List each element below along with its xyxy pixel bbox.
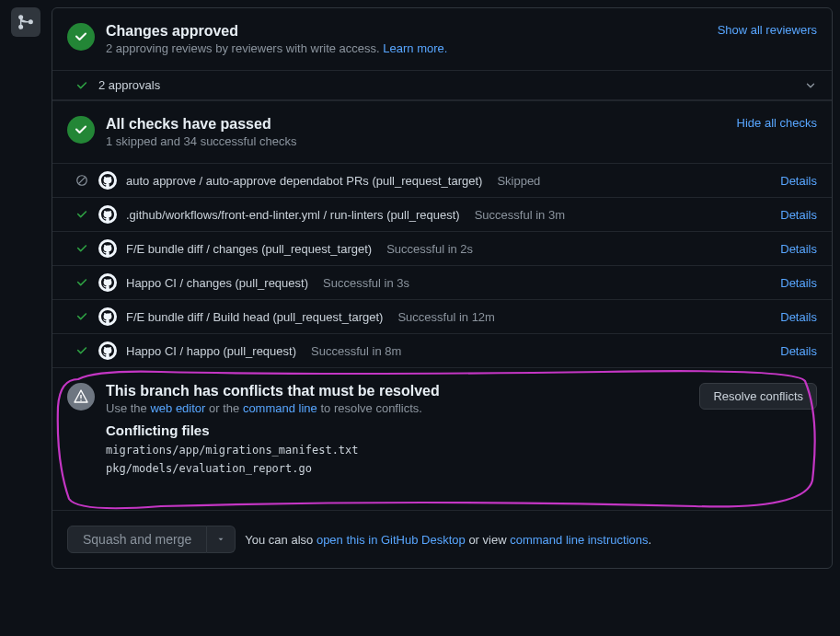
svg-line-4 [79,178,85,183]
approved-subtitle: 2 approving reviews by reviewers with wr… [106,41,707,55]
resolve-conflicts-button[interactable]: Resolve conflicts [699,383,817,410]
check-icon [75,310,89,323]
approvals-count: 2 approvals [98,78,160,92]
github-avatar-icon [98,341,117,360]
conflicting-files-list: migrations/app/migrations_manifest.txtpk… [106,444,688,475]
checks-section: All checks have passed 1 skipped and 34 … [52,100,832,164]
github-avatar-icon [98,273,117,292]
check-icon [75,344,89,357]
check-name: .github/workflows/front-end-linter.yml /… [126,208,460,222]
check-icon [75,79,89,92]
check-status: Successful in 12m [397,310,495,324]
github-avatar-icon [98,171,117,190]
check-status: Successful in 3m [475,208,565,222]
conflict-subtitle: Use the web editor or the command line t… [106,401,688,415]
check-circle-icon [67,23,95,51]
caret-down-icon [216,535,225,544]
check-row: F/E bundle diff / changes (pull_request_… [52,232,832,266]
check-icon [75,242,89,255]
check-name: Happo CI / happo (pull_request) [126,344,296,358]
merge-footer: Squash and merge You can also open this … [52,510,832,568]
check-row: F/E bundle diff / Build head (pull_reque… [52,300,832,334]
check-row: Happo CI / happo (pull_request)Successfu… [52,334,832,367]
cli-instructions-link[interactable]: command line instructions [510,533,648,547]
details-link[interactable]: Details [780,344,817,358]
footer-text: You can also open this in GitHub Desktop… [245,533,651,547]
approved-title: Changes approved [106,23,707,40]
changes-approved-section: Changes approved 2 approving reviews by … [52,8,832,71]
checks-title: All checks have passed [106,116,726,133]
hide-checks-link[interactable]: Hide all checks [737,116,817,130]
check-circle-icon [67,116,95,144]
merge-dropdown-caret[interactable] [207,526,236,553]
merge-button-group: Squash and merge [67,526,236,553]
check-status: Successful in 3s [323,276,409,290]
github-avatar-icon [98,239,117,258]
check-name: F/E bundle diff / changes (pull_request_… [126,242,372,256]
details-link[interactable]: Details [780,242,817,256]
details-link[interactable]: Details [780,276,817,290]
timeline-gutter [0,0,52,576]
check-row: .github/workflows/front-end-linter.yml /… [52,198,832,232]
command-line-link[interactable]: command line [243,401,317,415]
conflict-title: This branch has conflicts that must be r… [106,383,688,399]
details-link[interactable]: Details [780,174,817,188]
check-name: F/E bundle diff / Build head (pull_reque… [126,310,383,324]
check-name: auto approve / auto-approve dependabot P… [126,174,482,188]
approvals-row[interactable]: 2 approvals [52,71,832,100]
skip-icon [75,174,89,187]
alert-icon [67,383,95,411]
svg-point-6 [80,399,82,401]
check-status: Skipped [497,174,540,188]
squash-merge-button[interactable]: Squash and merge [67,526,207,553]
conflicting-file: pkg/models/evaluation_report.go [106,462,688,475]
conflict-section: This branch has conflicts that must be r… [52,367,832,495]
check-name: Happo CI / changes (pull_request) [126,276,308,290]
check-status: Successful in 8m [311,344,401,358]
check-icon [75,276,89,289]
check-status: Successful in 2s [386,242,473,256]
web-editor-link[interactable]: web editor [150,401,205,415]
check-icon [75,208,89,221]
checks-subtitle: 1 skipped and 34 successful checks [106,134,726,148]
conflicting-files-heading: Conflicting files [106,422,688,438]
open-in-desktop-link[interactable]: open this in GitHub Desktop [316,533,466,547]
details-link[interactable]: Details [780,208,817,222]
github-avatar-icon [98,205,117,224]
details-link[interactable]: Details [780,310,817,324]
merge-status-card: Changes approved 2 approving reviews by … [52,7,833,569]
check-row: Happo CI / changes (pull_request)Success… [52,266,832,300]
git-merge-icon [11,7,40,37]
learn-more-link[interactable]: Learn more. [383,41,447,55]
check-row: auto approve / auto-approve dependabot P… [52,164,832,198]
chevron-down-icon [804,79,817,92]
conflicting-file: migrations/app/migrations_manifest.txt [106,444,688,457]
show-reviewers-link[interactable]: Show all reviewers [718,23,817,37]
github-avatar-icon [98,307,117,326]
